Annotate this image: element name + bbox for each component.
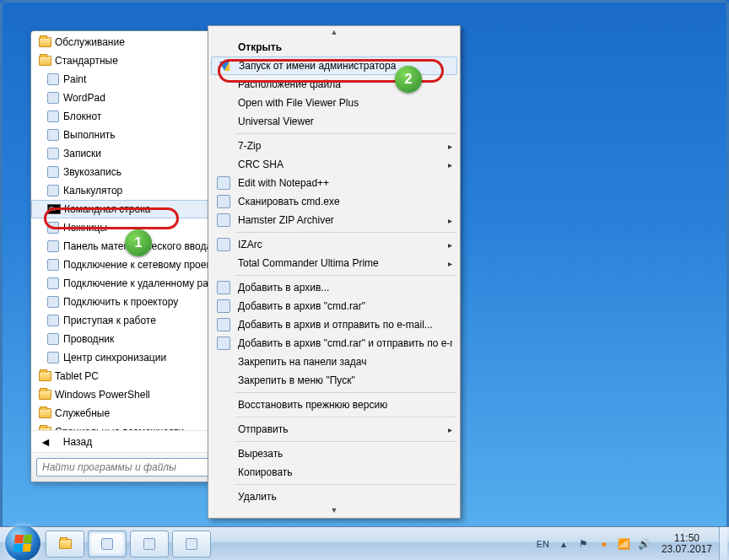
app-icon	[214, 194, 233, 209]
app-icon	[214, 280, 233, 295]
context-menu-item[interactable]: Добавить в архив "cmd.rar"	[211, 297, 457, 315]
folder-icon	[38, 407, 51, 420]
app-icon	[46, 295, 60, 309]
context-menu-item[interactable]: Universal Viewer	[211, 112, 457, 131]
program-item[interactable]: Стандартные	[31, 51, 222, 70]
app-icon	[46, 184, 60, 197]
taskbar-button-explorer[interactable]	[46, 530, 84, 557]
program-item[interactable]: Windows PowerShell	[31, 385, 222, 404]
program-item[interactable]: Служебные	[31, 404, 222, 423]
context-menu-item[interactable]: IZArc	[211, 235, 457, 254]
volume-icon[interactable]: 🔊	[637, 536, 652, 552]
context-menu-label: Total Commander Ultima Prime	[238, 257, 452, 269]
menu-separator	[235, 232, 456, 233]
app-icon	[46, 128, 60, 142]
context-menu-item[interactable]: 7-Zip	[211, 137, 457, 155]
app-icon	[214, 317, 233, 332]
taskbar-button-app1[interactable]	[88, 530, 127, 557]
app-icon	[143, 538, 155, 550]
context-menu-item[interactable]: Закрепить в меню "Пуск"	[211, 371, 457, 390]
context-menu-item[interactable]: Добавить в архив и отправить по e-mail..…	[211, 315, 457, 334]
context-menu-item[interactable]: CRC SHA	[211, 155, 457, 174]
windows-logo-icon	[14, 535, 32, 552]
program-item[interactable]: Приступая к работе	[31, 311, 222, 330]
context-menu-item[interactable]: Сканировать cmd.exe	[211, 192, 457, 211]
context-menu-label: Сканировать cmd.exe	[238, 196, 452, 207]
network-icon[interactable]: 📶	[617, 536, 632, 552]
antivirus-icon[interactable]: ●	[597, 536, 612, 552]
context-menu-label: Закрепить на панели задач	[238, 356, 452, 368]
blank-icon	[214, 114, 233, 129]
clock[interactable]: 11:50 23.07.2017	[655, 533, 719, 555]
action-center-icon[interactable]: ⚑	[576, 536, 591, 552]
context-menu-item[interactable]: Открыть	[211, 38, 457, 57]
program-item[interactable]: WordPad	[31, 89, 222, 107]
context-menu-item[interactable]: Total Commander Ultima Prime	[211, 254, 457, 272]
program-label: Записки	[63, 148, 101, 159]
start-button[interactable]	[5, 525, 40, 561]
taskbar-button-app3[interactable]	[172, 530, 211, 557]
tray-up-icon[interactable]: ▴	[556, 536, 571, 552]
context-menu-item[interactable]: Open with File Viewer Plus	[211, 94, 457, 112]
program-item[interactable]: Выполнить	[31, 126, 222, 144]
blank-icon	[214, 256, 233, 271]
context-menu-item[interactable]: Добавить в архив...	[211, 278, 457, 297]
program-label: Обслуживание	[55, 36, 125, 48]
context-menu-label: Отправить	[238, 423, 452, 435]
context-menu-label: Закрепить в меню "Пуск"	[238, 374, 452, 386]
blank-icon	[214, 157, 233, 172]
program-item[interactable]: Блокнот	[31, 107, 222, 126]
program-item[interactable]: Tablet PC	[31, 367, 222, 385]
program-label: Paint	[63, 73, 86, 85]
scroll-up-arrow[interactable]: ▲	[210, 28, 458, 38]
context-menu-label: Запуск от имени администратора	[239, 60, 451, 72]
program-item[interactable]: Подключение к удаленному рабочему столу	[31, 274, 222, 293]
taskbar-button-app2[interactable]	[130, 530, 169, 557]
back-button[interactable]: ◄ Назад	[31, 430, 222, 452]
program-item[interactable]: Записки	[31, 144, 222, 163]
context-menu-label: Открыть	[238, 41, 452, 53]
program-label: Подключение к сетевому проектору	[63, 259, 222, 271]
folder-icon	[38, 369, 51, 383]
scroll-down-arrow[interactable]: ▼	[210, 506, 458, 516]
program-label: Подключение к удаленному рабочему столу	[63, 277, 222, 289]
context-menu-item[interactable]: Восстановить прежнюю версию	[211, 396, 457, 414]
program-item[interactable]: Специальные возможности	[31, 423, 222, 430]
context-menu-label: Удалить	[238, 491, 452, 503]
program-label: Tablet PC	[55, 370, 99, 382]
context-menu-label: CRC SHA	[238, 159, 452, 170]
app-icon	[46, 314, 60, 327]
menu-separator	[235, 441, 456, 442]
language-indicator[interactable]: EN	[532, 538, 554, 550]
folder-icon	[38, 388, 51, 401]
context-menu-item[interactable]: Edit with Notepad++	[211, 174, 457, 192]
context-menu-item[interactable]: Отправить	[211, 420, 457, 439]
context-menu-item[interactable]: Hamster ZIP Archiver	[211, 211, 457, 229]
shield-icon	[215, 58, 234, 73]
program-item[interactable]: Подключить к проектору	[31, 293, 222, 311]
blank-icon	[214, 422, 233, 437]
app-icon	[214, 237, 233, 252]
program-item[interactable]: Центр синхронизации	[31, 348, 222, 367]
app-icon	[46, 91, 60, 105]
search-input[interactable]	[36, 458, 217, 477]
folder-icon	[59, 539, 72, 549]
program-item[interactable]: Калькулятор	[31, 181, 222, 200]
app-icon	[214, 336, 233, 351]
context-menu-item[interactable]: Добавить в архив "cmd.rar" и отправить п…	[211, 334, 457, 353]
search-row	[31, 452, 222, 482]
context-menu-item[interactable]: Копировать	[211, 463, 457, 482]
program-item[interactable]: Проводник	[31, 330, 222, 348]
show-desktop-button[interactable]	[719, 527, 727, 560]
program-item[interactable]: Звукозапись	[31, 163, 222, 181]
app-icon	[46, 240, 60, 253]
program-item[interactable]: Подключение к сетевому проектору	[31, 256, 222, 274]
context-menu-item[interactable]: Удалить	[211, 487, 457, 506]
program-item[interactable]: Обслуживание	[31, 33, 222, 51]
program-item[interactable]: C:Командная строка	[31, 200, 222, 218]
app-icon	[46, 110, 60, 123]
context-menu-item[interactable]: Закрепить на панели задач	[211, 353, 457, 371]
program-item[interactable]: Paint	[31, 70, 222, 89]
context-menu-item[interactable]: Вырезать	[211, 444, 457, 463]
blank-icon	[214, 354, 233, 369]
